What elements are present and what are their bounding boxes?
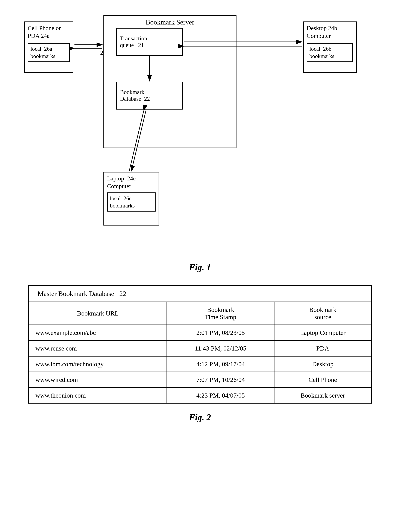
col-header-url: Bookmark URL — [29, 302, 167, 325]
transaction-queue-box: Transactionqueue 21 — [116, 28, 183, 56]
server-title: Bookmark Server — [107, 18, 233, 27]
laptop-box: Laptop 24cComputer local 26cbookmarks — [104, 172, 159, 226]
cell-url: www.wired.com — [29, 372, 167, 388]
cell-timestamp: 11:43 PM, 02/12/05 — [167, 341, 274, 356]
table-row: www.wired.com7:07 PM, 10/26/04Cell Phone — [29, 372, 371, 388]
bookmark-table: Master Bookmark Database 22 Bookmark URL… — [28, 285, 372, 404]
table-row: www.theonion.com4:23 PM, 04/07/05Bookmar… — [29, 388, 371, 403]
table-row: www.ibm.com/technology4:12 PM, 09/17/04D… — [29, 356, 371, 372]
desktop-box: Desktop 24bComputer local 26bbookmarks — [303, 21, 357, 73]
cell-url: www.example.com/abc — [29, 325, 167, 341]
cell-source: Cell Phone — [274, 372, 371, 388]
cell-timestamp: 4:23 PM, 04/07/05 — [167, 388, 274, 403]
txqueue-label: Transactionqueue 21 — [120, 35, 147, 49]
col-header-timestamp: BookmarkTime Stamp — [167, 302, 274, 325]
cellphone-box: Cell Phone or PDA 24a local 26abookmarks — [24, 21, 73, 73]
db-label: BookmarkDatabase 22 — [120, 89, 150, 102]
cellphone-local-bookmarks: local 26abookmarks — [28, 43, 70, 62]
cell-source: Bookmark server — [274, 388, 371, 403]
cell-url: www.rense.com — [29, 341, 167, 356]
bookmark-database-box: BookmarkDatabase 22 — [116, 82, 183, 109]
laptop-title: Laptop 24cComputer — [107, 175, 156, 190]
cell-url: www.ibm.com/technology — [29, 356, 167, 372]
cellphone-title: Cell Phone or PDA 24a — [28, 24, 70, 40]
cell-source: Laptop Computer — [274, 325, 371, 341]
table-row: www.example.com/abc2:01 PM, 08/23/05Lapt… — [29, 325, 371, 341]
table-row: www.rense.com11:43 PM, 02/12/05PDA — [29, 341, 371, 356]
desktop-title: Desktop 24bComputer — [307, 24, 353, 40]
cell-timestamp: 2:01 PM, 08/23/05 — [167, 325, 274, 341]
fig2-label: Fig. 2 — [13, 412, 387, 423]
col-header-source: Bookmarksource — [274, 302, 371, 325]
cell-url: www.theonion.com — [29, 388, 167, 403]
fig1-diagram: Cell Phone or PDA 24a local 26abookmarks… — [18, 9, 382, 245]
cell-source: PDA — [274, 341, 371, 356]
cell-timestamp: 7:07 PM, 10/26/04 — [167, 372, 274, 388]
cell-source: Desktop — [274, 356, 371, 372]
laptop-local-bookmarks: local 26cbookmarks — [107, 192, 156, 212]
table-title: Master Bookmark Database 22 — [29, 286, 371, 302]
fig2-container: Master Bookmark Database 22 Bookmark URL… — [28, 285, 372, 404]
fig1-label: Fig. 1 — [13, 262, 387, 272]
desktop-local-bookmarks: local 26bbookmarks — [307, 43, 353, 62]
cell-timestamp: 4:12 PM, 09/17/04 — [167, 356, 274, 372]
